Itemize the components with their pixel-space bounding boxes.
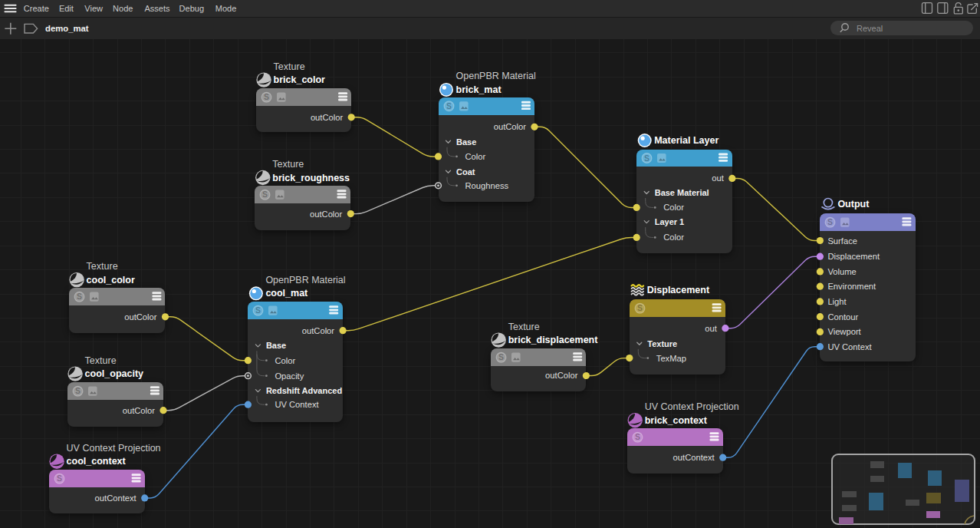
svg-text:S: S — [446, 102, 452, 111]
svg-text:S: S — [75, 386, 81, 395]
svg-text:S: S — [827, 217, 833, 226]
svg-text:S: S — [262, 190, 268, 199]
svg-text:S: S — [644, 154, 649, 163]
svg-text:S: S — [498, 352, 504, 361]
svg-text:S: S — [635, 433, 640, 442]
svg-text:S: S — [637, 303, 643, 312]
svg-text:S: S — [264, 92, 269, 101]
svg-text:S: S — [255, 305, 261, 315]
svg-text:S: S — [57, 474, 62, 483]
svg-text:S: S — [77, 292, 82, 301]
